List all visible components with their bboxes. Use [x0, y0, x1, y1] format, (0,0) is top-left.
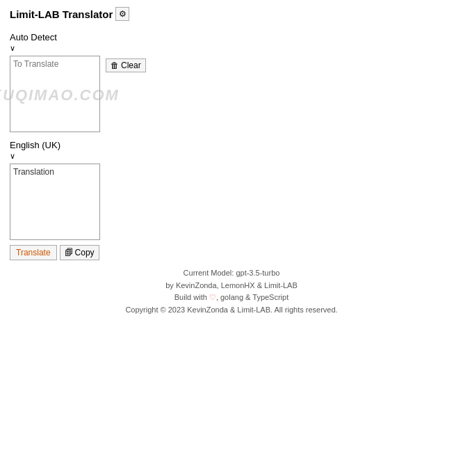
built-with-prefix: Build with [174, 293, 209, 301]
credits: by KevinZonda, LemonHX & Limit-LAB [10, 280, 453, 292]
built-with-suffix: , golang & TypeScript [216, 293, 289, 301]
source-textarea[interactable] [10, 56, 100, 132]
clear-icon: 🗑 [111, 61, 119, 70]
model-info: Current Model: gpt-3.5-turbo [10, 267, 453, 280]
heart-icon: ♡ [209, 293, 216, 301]
app-title: Limit-LAB Translator [10, 8, 113, 20]
target-language-chevron[interactable]: ∨ [10, 152, 453, 161]
copy-label: Copy [75, 248, 95, 257]
target-language-label: English (UK) [10, 140, 453, 150]
copy-button[interactable]: 🗐 Copy [60, 245, 99, 260]
translate-button[interactable]: Translate [10, 245, 57, 260]
clear-label: Clear [121, 61, 141, 70]
settings-button[interactable]: ⚙ [115, 7, 129, 21]
source-language-chevron[interactable]: ∨ [10, 44, 453, 53]
built-with: Build with ♡, golang & TypeScript [10, 292, 453, 304]
source-language-label: Auto Detect [10, 32, 453, 42]
settings-icon: ⚙ [119, 9, 127, 19]
copy-icon: 🗐 [65, 248, 73, 257]
copyright: Copyright © 2023 KevinZonda & Limit-LAB.… [10, 304, 453, 317]
clear-button[interactable]: 🗑 Clear [106, 58, 146, 72]
translation-textarea[interactable]: Translation [10, 164, 100, 240]
